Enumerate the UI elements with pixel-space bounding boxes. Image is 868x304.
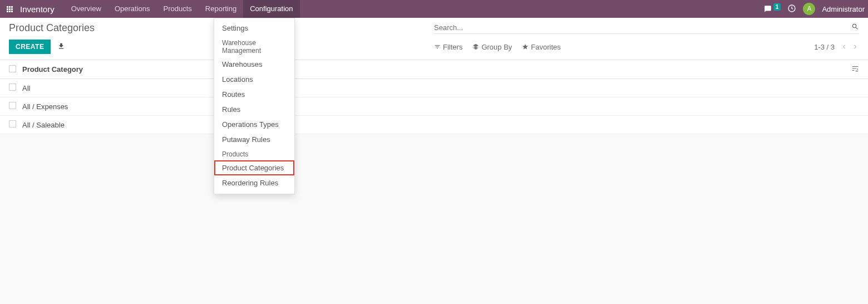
group-by-button[interactable]: Group By [472,43,512,51]
messaging-badge: 1 [773,3,781,11]
layers-icon [472,43,479,50]
favorites-label: Favorites [531,43,560,51]
dd-settings[interactable]: Settings [214,21,294,36]
dd-section-warehouse: Warehouse Management [214,36,294,57]
app-brand[interactable]: Inventory [20,4,55,14]
row-name: All / Expenses [22,102,68,111]
configuration-dropdown: Settings Warehouse Management Warehouses… [214,18,295,194]
empty-space [0,134,868,301]
sliders-icon [851,65,859,72]
nav-configuration[interactable]: Configuration [243,0,299,18]
row-name: All [22,84,30,92]
import-button[interactable] [55,40,67,54]
table-row[interactable]: All / Saleable [0,116,868,134]
activities-icon[interactable] [787,4,796,14]
nav-reporting[interactable]: Reporting [199,0,243,18]
group-by-label: Group By [481,43,512,51]
dd-routes[interactable]: Routes [214,87,294,102]
row-checkbox[interactable] [9,120,16,128]
table-row[interactable]: All [0,79,868,97]
row-checkbox[interactable] [9,102,16,109]
dd-locations[interactable]: Locations [214,72,294,87]
dd-rules[interactable]: Rules [214,102,294,117]
dd-reordering-rules[interactable]: Reordering Rules [214,175,294,190]
column-options[interactable] [851,65,859,74]
pager-text: 1-3 / 3 [814,43,835,51]
dd-warehouses[interactable]: Warehouses [214,57,294,72]
nav-operations[interactable]: Operations [108,0,157,18]
top-navbar: Inventory Overview Operations Products R… [0,0,868,18]
table-header: Product Category [0,60,868,79]
search-icon[interactable] [851,23,859,32]
dd-putaway-rules[interactable]: Putaway Rules [214,132,294,147]
nav-products[interactable]: Products [156,0,198,18]
search-input[interactable] [434,23,851,32]
star-icon [522,43,529,50]
row-name: All / Saleable [22,121,65,129]
row-checkbox[interactable] [9,84,16,91]
messaging-icon[interactable]: 1 [763,5,781,13]
chevron-left-icon[interactable] [840,43,848,51]
table-row[interactable]: All / Expenses [0,97,868,116]
user-name[interactable]: Administrator [822,5,865,13]
filters-label: Filters [443,43,462,51]
nav-overview[interactable]: Overview [65,0,108,18]
filters-button[interactable]: Filters [434,43,462,51]
dd-product-categories[interactable]: Product Categories [214,160,294,175]
select-all-checkbox[interactable] [9,65,16,72]
apps-icon[interactable] [4,4,14,14]
column-header-category[interactable]: Product Category [22,65,83,73]
dd-operations-types[interactable]: Operations Types [214,117,294,132]
favorites-button[interactable]: Favorites [522,43,560,51]
avatar[interactable]: A [803,3,815,15]
funnel-icon [434,43,441,50]
chevron-right-icon[interactable] [851,43,859,51]
dd-section-products: Products [214,147,294,160]
control-panel: Product Categories CREATE Filters [0,18,868,60]
download-icon [57,42,65,50]
create-button[interactable]: CREATE [9,40,51,54]
list-view: Product Category All All / Expenses All … [0,60,868,134]
